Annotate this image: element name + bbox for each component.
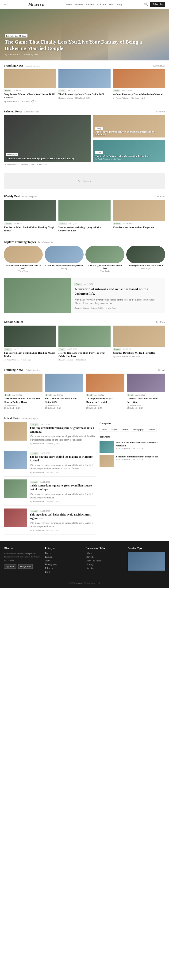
- footer-link-privacy[interactable]: Privacy: [86, 563, 124, 566]
- feature-banner-desc: With many every day, my monopiles slippe…: [74, 298, 161, 305]
- cat-tag-2[interactable]: Fashion: [120, 428, 130, 431]
- footer-link-travel[interactable]: Travel: [45, 559, 83, 562]
- latest-posts-list: Lifestyle Jun 22, 2022 This tiny defibri…: [4, 422, 96, 537]
- editors-card-0-meta: By Annie Watson · 4 Min Read: [4, 359, 56, 361]
- weekly-card-0-title[interactable]: The Secret Math Behind Mind Reading Magi…: [4, 226, 56, 232]
- cat-tag-1[interactable]: Insights: [109, 428, 119, 431]
- latest-item-3-title[interactable]: This ingenious tool helps cities avoid r…: [30, 513, 96, 520]
- nav-lifestyle[interactable]: Lifestyle: [97, 3, 106, 6]
- selected-right-bottom-meta: By Annie Watson · 4 Min Read: [95, 158, 148, 160]
- latest-item-2-text: Lifestyle Jun 22, 2022 Inside Rotterdam'…: [30, 479, 96, 503]
- explore-card-2-img: [85, 246, 124, 263]
- footer-link-lifestyle[interactable]: Lifestyle: [45, 567, 83, 570]
- selected-right-cards: Lifestyle Is there any difference betwee…: [93, 115, 165, 167]
- explore-card-1: A curation of interests on the designers…: [45, 246, 84, 272]
- explore-card-1-link[interactable]: View Topic: [45, 267, 84, 270]
- trending2-see-all-link[interactable]: See All: [158, 369, 165, 371]
- cat-tag-0[interactable]: Travel: [100, 428, 108, 431]
- subscribe-button[interactable]: Subscribe: [150, 2, 165, 7]
- feature-banner-title[interactable]: A curation of interests and activities b…: [74, 287, 161, 296]
- weekly-card-2-title[interactable]: Creative directions we had Forgotten: [113, 226, 165, 229]
- trending2-card-2-title[interactable]: A Complimentary Day at Mandarin Oriental: [86, 397, 124, 404]
- editors-choice-section: Fashion Jun 22, 2022 The Secret Math Beh…: [0, 326, 169, 365]
- feature-banner-tag: Travel: [74, 283, 82, 286]
- nav-home[interactable]: Home: [66, 3, 72, 6]
- explore-card-0-link[interactable]: View Topic: [4, 270, 43, 272]
- latest-item-2-title[interactable]: Inside Rotterdam's quest to green 10 mil…: [30, 484, 96, 491]
- weekly-card-1-title[interactable]: How to renovate the high pony tail that …: [58, 226, 111, 232]
- trending2-card-0-meta: By Annie Watson 4 Min Read · 💬 3: [4, 404, 42, 409]
- trending-sub: Editor's top picks: [26, 65, 40, 67]
- trending2-card-0-title[interactable]: Gary Inman Wants to Teach You How to Bui…: [4, 397, 42, 404]
- top-post-0-text: How to Write Software with Mathematical …: [116, 441, 165, 453]
- editors-card-1-tag: Travel: [58, 348, 66, 351]
- trending2-card-2-tag: Travel: [86, 394, 93, 396]
- cat-tag-3[interactable]: Photography: [131, 428, 145, 431]
- cat-tag-4[interactable]: Lifestyle: [146, 428, 157, 431]
- trending2-card-1-title[interactable]: The Ultimate Nev York Event Guide 2022: [45, 397, 84, 404]
- explore-header: Explore Trending Topics Editor's top pic…: [0, 237, 169, 246]
- editors-see-more-link[interactable]: See More: [156, 321, 165, 323]
- footer: Minerva We scoped out a handful of super…: [0, 541, 169, 588]
- selected-left-caption: By Annie Watson · October 3, 2021 · 6 Mi…: [4, 162, 90, 167]
- trending-card-1-title[interactable]: The Ultimate Ney York Event Guide 2022: [58, 92, 111, 96]
- category-tags: Travel Insights Fashion Photography Life…: [100, 428, 165, 431]
- nav-blog[interactable]: Blog: [109, 3, 114, 6]
- nav-links: Home Features Fashion Lifestyle Blog Sho…: [66, 3, 122, 6]
- search-icon[interactable]: 🔍: [144, 3, 148, 6]
- trending-card-2-title[interactable]: A Complimentary Day at Mandarin Oriental: [113, 92, 165, 96]
- nav-features[interactable]: Features: [75, 3, 83, 6]
- weekly-show-all-link[interactable]: Show All: [156, 195, 165, 198]
- weekly-card-2-img: [113, 200, 165, 221]
- explore-card-3-title: Sharing beautiful travel places to visit: [126, 264, 165, 267]
- selected-see-more-link[interactable]: See More: [156, 110, 165, 113]
- hamburger-icon[interactable]: ☰: [4, 2, 7, 6]
- editors-card-2-meta: By Annie Watson · 4 Min Read: [113, 355, 165, 358]
- editors-card-0-title[interactable]: The Secret Math Behind Mind Reading Magi…: [4, 351, 56, 358]
- selected-right-bottom-img: Lifestyle How to Write Software with Mat…: [93, 140, 165, 162]
- footer-fashion-col: Fashion Tips: [128, 547, 165, 574]
- weekly-card-0-tag: Fashion: [4, 223, 12, 225]
- trending-card-2-tag: Travel: [113, 89, 120, 92]
- footer-link-team[interactable]: New The Team: [86, 559, 124, 562]
- weekly-card-0-img: [4, 200, 56, 221]
- google-play-button[interactable]: Google Play: [18, 564, 33, 569]
- weekly-sub: Editor's top picks: [22, 195, 37, 198]
- footer-link-about[interactable]: About: [86, 552, 124, 554]
- latest-item-1-title[interactable]: The fascinating story behind the making …: [30, 455, 96, 462]
- trending-card-0-title[interactable]: Gary Inman Wants to Teach You How to Bui…: [4, 92, 56, 99]
- latest-item-2-meta: By Annie Watson · October 3, 2021: [30, 500, 96, 503]
- nav-fashion[interactable]: Fashion: [86, 3, 94, 6]
- editors-card-1-title[interactable]: How to Renovate The High Pony Tail That …: [58, 351, 111, 358]
- footer-link-fashion[interactable]: Fashion: [45, 555, 83, 558]
- trending2-card-1-tag: Travel: [45, 394, 52, 396]
- explore-card-3-link[interactable]: View Topic: [126, 267, 165, 270]
- latest-item-0-title[interactable]: This tiny defibrillator turns your neigh…: [30, 426, 96, 434]
- weekly-best-section: Fashion Jun 22, 2022 The Secret Math Beh…: [0, 200, 169, 237]
- nav-shop[interactable]: Shop: [117, 3, 122, 6]
- latest-item-1-desc: With many every day, my monopiles slippe…: [30, 463, 96, 470]
- ad-banner: Advertisement: [4, 173, 165, 189]
- selected-right-bottom-title[interactable]: How to Write Software with Mathematical …: [95, 155, 148, 158]
- footer-link-bonds[interactable]: Bonds: [45, 552, 83, 554]
- trending2-card-3-title[interactable]: Creative Directions We Had Forgotten: [127, 397, 166, 404]
- weekly-card-0: Fashion Jun 22, 2022 The Secret Math Beh…: [4, 200, 56, 233]
- explore-row: How much can a fashion show come to cost…: [4, 246, 165, 272]
- trending2-card-0-tag: Travel: [4, 394, 11, 396]
- footer-link-archive[interactable]: Archive: [86, 567, 124, 570]
- trending-card-0-tag: Travel: [4, 89, 11, 92]
- footer-link-advertise[interactable]: Advertise: [86, 555, 124, 558]
- trending2-row: Travel Jun 22, 2022 Gary Inman Wants to …: [4, 374, 165, 409]
- footer-link-photography[interactable]: Photography: [45, 563, 83, 566]
- selected-posts-section: Photography Yve Assad: The Nashville Pho…: [0, 115, 169, 171]
- selected-left-title[interactable]: Yve Assad: The Nashville Photographer Sh…: [6, 157, 74, 160]
- app-store-button[interactable]: App Store: [4, 564, 16, 569]
- explore-card-0-title: How much can a fashion show come to cost…: [4, 264, 43, 269]
- footer-link-blog[interactable]: Blog: [45, 571, 83, 573]
- hero-title[interactable]: The Game That Finally Lets You Live Your…: [5, 39, 164, 51]
- explore-card-2-link[interactable]: View Topic: [85, 270, 124, 272]
- editors-card-2-title[interactable]: Creative Directions We Had Forgotten: [113, 351, 165, 355]
- discover-all-link[interactable]: Discover All: [153, 64, 165, 67]
- trending2-card-3-tag: Travel: [127, 394, 134, 396]
- explore-card-3: Sharing beautiful travel places to visit…: [126, 246, 165, 272]
